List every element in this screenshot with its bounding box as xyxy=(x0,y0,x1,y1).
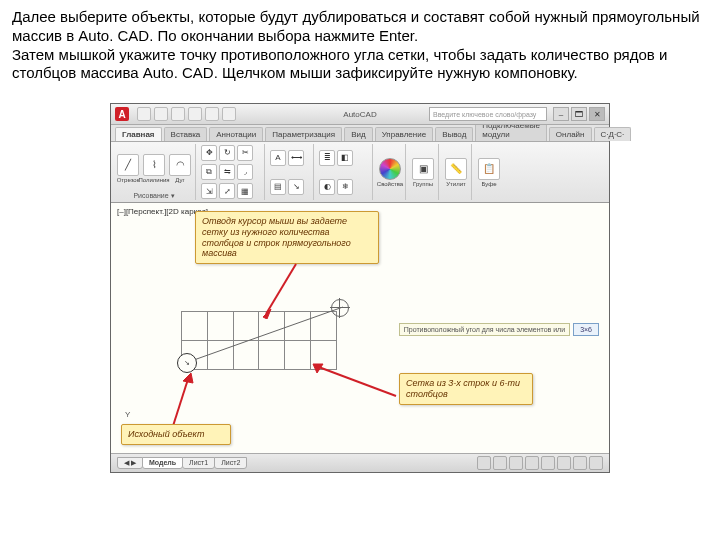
array-icon[interactable]: ▦ xyxy=(237,183,253,199)
ribbon-group-properties: Свойства xyxy=(375,144,406,200)
ribbon-group-layers: ≣ ◧ ◐ ❄ xyxy=(316,144,373,200)
window-title: AutoCAD xyxy=(343,110,376,119)
maximize-button[interactable]: 🗖 xyxy=(571,107,587,121)
ribbon: ╱ Отрезок ⌇ Полилиния ◠ Дуг Рисование ▾ xyxy=(111,142,609,203)
palette-icon xyxy=(379,158,401,180)
tab-output[interactable]: Вывод xyxy=(435,127,473,141)
trim-icon[interactable]: ✂ xyxy=(237,145,253,161)
tab-online[interactable]: Онлайн xyxy=(549,127,592,141)
command-prompt-text: Противоположный угол для числа элементов… xyxy=(399,323,570,336)
fillet-icon[interactable]: ◞ xyxy=(237,164,253,180)
callout-source-object: Исходный объект xyxy=(121,424,231,445)
utilities-button[interactable]: 📏 Утилит xyxy=(444,158,468,187)
help-search-input[interactable]: Введите ключевое слово/фразу xyxy=(429,107,547,121)
mirror-icon[interactable]: ⇋ xyxy=(219,164,235,180)
paste-button[interactable]: 📋 Буфе xyxy=(477,158,501,187)
instruction-line-2: Затем мышкой укажите точку противоположн… xyxy=(12,46,667,82)
polar-toggle-icon[interactable] xyxy=(525,456,539,470)
callout-grid-size: Сетка из 3-х строк и 6-ти столбцов xyxy=(399,373,533,405)
layer-props-icon[interactable]: ◧ xyxy=(337,150,353,166)
copy-icon[interactable]: ⧉ xyxy=(201,164,217,180)
otrack-toggle-icon[interactable] xyxy=(557,456,571,470)
app-window: A AutoCAD Введите ключевое слово/фразу –… xyxy=(110,103,610,473)
snap-toggle-icon[interactable] xyxy=(477,456,491,470)
text-icon[interactable]: A xyxy=(270,150,286,166)
utilities-label: Утилит xyxy=(446,181,466,187)
layout-tab-model[interactable]: Модель xyxy=(142,457,183,469)
measure-icon: 📏 xyxy=(445,158,467,180)
qat-new-icon[interactable] xyxy=(137,107,151,121)
ribbon-group-draw: ╱ Отрезок ⌇ Полилиния ◠ Дуг Рисование ▾ xyxy=(113,144,196,200)
origin-object-marker: ↘ xyxy=(177,353,197,373)
qat-open-icon[interactable] xyxy=(154,107,168,121)
layout-nav-arrows[interactable]: ◀ ▶ xyxy=(117,457,143,469)
layout-tab-sheet1[interactable]: Лист1 xyxy=(182,457,215,469)
command-input-value[interactable]: 3×6 xyxy=(573,323,599,336)
groups-icon: ▣ xyxy=(412,158,434,180)
groups-button[interactable]: ▣ Группы xyxy=(411,158,435,187)
properties-button[interactable]: Свойства xyxy=(378,158,402,187)
grid-toggle-icon[interactable] xyxy=(493,456,507,470)
stretch-icon[interactable]: ⇲ xyxy=(201,183,217,199)
red-arrow-to-grid xyxy=(311,361,401,401)
groups-label: Группы xyxy=(413,181,433,187)
layout-tab-sheet2[interactable]: Лист2 xyxy=(214,457,247,469)
qat-print-icon[interactable] xyxy=(222,107,236,121)
tab-parametric[interactable]: Параметризация xyxy=(265,127,342,141)
quick-access-toolbar xyxy=(137,107,236,121)
ribbon-group-annotate: A ⟷ ▤ ↘ xyxy=(267,144,314,200)
ribbon-group-modify: ✥ ↻ ✂ ⧉ ⇋ ◞ ⇲ ⤢ ▦ xyxy=(198,144,265,200)
dimension-icon[interactable]: ⟷ xyxy=(288,150,304,166)
draw-group-label[interactable]: Рисование ▾ xyxy=(116,192,192,200)
red-arrow-to-callout1 xyxy=(261,259,301,319)
svg-line-5 xyxy=(316,366,396,396)
minimize-button[interactable]: – xyxy=(553,107,569,121)
clipboard-icon: 📋 xyxy=(478,158,500,180)
ribbon-group-utilities: 📏 Утилит xyxy=(441,144,472,200)
lineweight-toggle-icon[interactable] xyxy=(573,456,587,470)
tab-view[interactable]: Вид xyxy=(344,127,372,141)
svg-line-3 xyxy=(173,376,189,426)
instruction-line-1: Далее выберите объекты, которые будут ду… xyxy=(12,8,700,44)
qat-undo-icon[interactable] xyxy=(188,107,202,121)
rotate-icon[interactable]: ↻ xyxy=(219,145,235,161)
svg-marker-4 xyxy=(183,373,193,383)
table-icon[interactable]: ▤ xyxy=(270,179,286,195)
layout-tabs: ◀ ▶ Модель Лист1 Лист2 xyxy=(117,457,246,469)
qat-save-icon[interactable] xyxy=(171,107,185,121)
instruction-text: Далее выберите объекты, которые будут ду… xyxy=(12,8,708,83)
layer-icon[interactable]: ≣ xyxy=(319,150,335,166)
properties-label: Свойства xyxy=(377,181,403,187)
osnap-toggle-icon[interactable] xyxy=(541,456,555,470)
line-button[interactable]: ╱ Отрезок xyxy=(116,154,140,183)
tab-sds[interactable]: С·Д·С· xyxy=(594,127,632,141)
status-toggles xyxy=(477,456,603,470)
tab-insert[interactable]: Вставка xyxy=(164,127,208,141)
leader-icon[interactable]: ↘ xyxy=(288,179,304,195)
arc-button[interactable]: ◠ Дуг xyxy=(168,154,192,183)
polyline-button[interactable]: ⌇ Полилиния xyxy=(142,154,166,183)
ribbon-group-groups: ▣ Группы xyxy=(408,144,439,200)
screenshot-figure: A AutoCAD Введите ключевое слово/фразу –… xyxy=(110,103,610,473)
callout-cursor-hint: Отводя курсор мыши вы задаете сетку из н… xyxy=(195,211,379,264)
opposite-corner-cursor-icon xyxy=(331,299,349,317)
move-icon[interactable]: ✥ xyxy=(201,145,217,161)
axis-y-label: Y xyxy=(125,410,130,419)
app-logo-icon[interactable]: A xyxy=(115,107,129,121)
scale-icon[interactable]: ⤢ xyxy=(219,183,235,199)
arc-label: Дуг xyxy=(175,177,184,183)
title-bar: A AutoCAD Введите ключевое слово/фразу –… xyxy=(111,104,609,125)
tab-manage[interactable]: Управление xyxy=(375,127,433,141)
ribbon-group-clipboard: 📋 Буфе xyxy=(474,144,504,200)
clipboard-label: Буфе xyxy=(481,181,496,187)
qat-redo-icon[interactable] xyxy=(205,107,219,121)
tab-annotate[interactable]: Аннотации xyxy=(209,127,263,141)
layer-off-icon[interactable]: ◐ xyxy=(319,179,335,195)
drawing-canvas[interactable]: [–][Перспект.][2D каркас] Отводя курсор … xyxy=(111,203,609,453)
close-button[interactable]: ✕ xyxy=(589,107,605,121)
layer-freeze-icon[interactable]: ❄ xyxy=(337,179,353,195)
status-bar: ◀ ▶ Модель Лист1 Лист2 xyxy=(111,453,609,472)
ortho-toggle-icon[interactable] xyxy=(509,456,523,470)
tab-home[interactable]: Главная xyxy=(115,127,162,141)
model-toggle-icon[interactable] xyxy=(589,456,603,470)
